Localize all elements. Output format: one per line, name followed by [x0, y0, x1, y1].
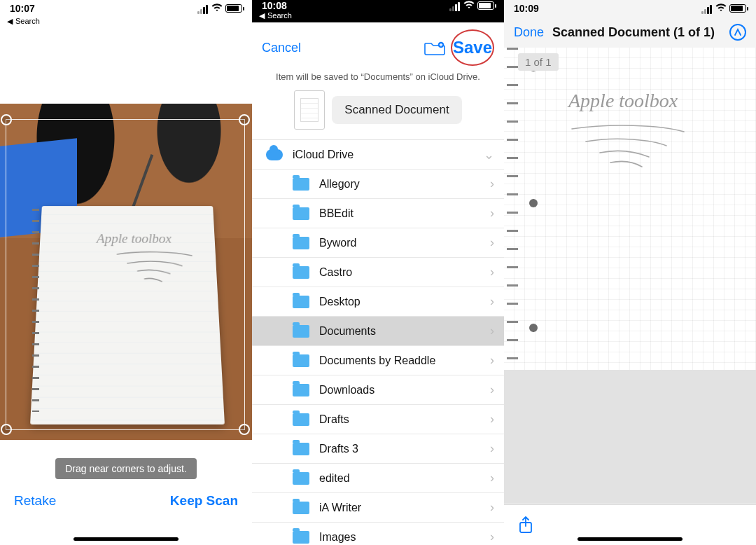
folder-label: Documents by Readdle: [319, 354, 435, 367]
back-chevron-icon: ◀: [259, 11, 265, 20]
wifi-icon: [715, 3, 727, 14]
folder-item[interactable]: Drafts 3›: [252, 434, 504, 464]
folder-label: BBEdit: [319, 207, 354, 220]
folder-label: Byword: [319, 237, 356, 249]
back-to-search[interactable]: ◀ Search: [252, 11, 504, 22]
folder-label: Castro: [319, 266, 352, 279]
folder-icon: [293, 443, 309, 455]
crop-handle-bottom-left[interactable]: [1, 424, 12, 435]
scan-photo-area[interactable]: Apple toolbox: [0, 104, 252, 440]
chevron-right-icon: ›: [490, 412, 494, 427]
screen-scan-adjust: 10:07 ◀ Search Apple toolbox: [0, 0, 252, 545]
back-chevron-icon: ◀: [7, 17, 13, 26]
folder-item[interactable]: Images›: [252, 523, 504, 545]
folder-label: Allegory: [319, 178, 360, 191]
status-indicators: [701, 3, 746, 14]
status-time: 10:08: [262, 0, 287, 11]
wifi-icon: [463, 0, 475, 11]
folder-item[interactable]: Documents›: [252, 317, 504, 346]
folder-icon: [293, 296, 309, 308]
folder-icon: [293, 178, 309, 191]
folder-icon: [293, 531, 309, 544]
status-time: 10:09: [514, 3, 539, 14]
folder-icon: [293, 384, 309, 396]
folder-label: edited: [319, 472, 350, 485]
new-folder-icon[interactable]: [424, 40, 445, 55]
chevron-right-icon: ›: [490, 324, 494, 338]
page-count-badge: 1 of 1: [518, 53, 559, 71]
status-bar: 10:09: [504, 0, 756, 17]
chevron-right-icon: ›: [490, 471, 494, 485]
folder-root-icloud[interactable]: iCloud Drive ⌄: [252, 140, 504, 170]
chevron-right-icon: ›: [490, 294, 494, 309]
folder-item[interactable]: Byword›: [252, 228, 504, 258]
crop-handle-top-left[interactable]: [1, 114, 12, 125]
battery-icon: [729, 4, 746, 13]
chevron-down-icon: ⌄: [484, 147, 494, 163]
folder-icon: [293, 325, 309, 338]
save-destination-hint: Item will be saved to “Documents” on iCl…: [252, 71, 504, 88]
hint-toast: Drag near corners to adjust.: [55, 458, 197, 479]
cellular-icon: [197, 3, 209, 14]
folder-item[interactable]: Drafts›: [252, 405, 504, 434]
chevron-right-icon: ›: [490, 382, 494, 397]
cellular-icon: [701, 3, 713, 14]
back-label-text: Search: [267, 11, 292, 20]
chevron-right-icon: ›: [490, 353, 494, 368]
crop-handle-top-right[interactable]: [239, 114, 250, 125]
preview-title: Scanned Document (1 of 1): [552, 25, 721, 40]
chevron-right-icon: ›: [490, 177, 494, 191]
folder-label: iCloud Drive: [293, 149, 354, 161]
status-bar: 10:08: [252, 0, 504, 11]
folder-item[interactable]: Castro›: [252, 258, 504, 287]
done-button[interactable]: Done: [514, 25, 544, 40]
document-header: Scanned Document: [252, 88, 504, 139]
status-indicators: [449, 0, 494, 11]
preview-empty-space: [504, 370, 756, 503]
cancel-button[interactable]: Cancel: [262, 41, 301, 55]
folder-item[interactable]: iA Writer›: [252, 493, 504, 523]
scanned-page: 1 of 1 Apple toolbox: [504, 48, 756, 370]
markup-icon[interactable]: [729, 24, 746, 41]
folder-icon: [293, 237, 309, 249]
back-label-text: Search: [15, 17, 40, 25]
save-nav-bar: Cancel Save: [252, 22, 504, 71]
punch-hole: [529, 199, 538, 207]
document-thumbnail[interactable]: [294, 90, 325, 130]
share-icon[interactable]: [518, 516, 533, 534]
folder-label: Drafts 3: [319, 443, 358, 455]
status-indicators: [197, 3, 242, 14]
document-name-field[interactable]: Scanned Document: [332, 96, 461, 124]
folder-item[interactable]: BBEdit›: [252, 199, 504, 228]
home-indicator[interactable]: [578, 537, 682, 541]
folder-icon: [293, 413, 309, 426]
folder-list[interactable]: iCloud Drive ⌄ Allegory›BBEdit›Byword›Ca…: [252, 139, 504, 545]
folder-icon: [293, 354, 309, 367]
preview-area[interactable]: 1 of 1 Apple toolbox: [504, 48, 756, 545]
home-indicator[interactable]: [74, 537, 178, 541]
retake-button[interactable]: Retake: [14, 493, 56, 509]
folder-item[interactable]: Desktop›: [252, 287, 504, 317]
back-to-search[interactable]: ◀ Search: [0, 17, 252, 28]
chevron-right-icon: ›: [490, 500, 494, 515]
battery-icon: [477, 1, 494, 10]
folder-label: Drafts: [319, 413, 349, 426]
save-button[interactable]: Save: [453, 38, 492, 57]
punch-hole: [529, 324, 538, 332]
folder-icon: [293, 502, 309, 514]
crop-handle-bottom-right[interactable]: [239, 424, 250, 435]
folder-item[interactable]: edited›: [252, 464, 504, 493]
folder-item[interactable]: Downloads›: [252, 375, 504, 405]
handwriting-text: Apple toolbox: [568, 90, 678, 112]
screen-save-dialog: 10:08 ◀ Search Cancel Save Item will be …: [252, 0, 504, 545]
folder-icon: [293, 472, 309, 485]
folder-label: Images: [319, 531, 356, 544]
folder-label: Documents: [319, 325, 376, 338]
crop-frame[interactable]: [6, 119, 245, 430]
keep-scan-button[interactable]: Keep Scan: [170, 493, 238, 509]
folder-item[interactable]: Allegory›: [252, 170, 504, 199]
screen-preview: 10:09 Done Scanned Document (1 of 1) 1 o…: [504, 0, 756, 545]
folder-item[interactable]: Documents by Readdle›: [252, 346, 504, 375]
chevron-right-icon: ›: [490, 235, 494, 250]
preview-header: Done Scanned Document (1 of 1): [504, 17, 756, 48]
